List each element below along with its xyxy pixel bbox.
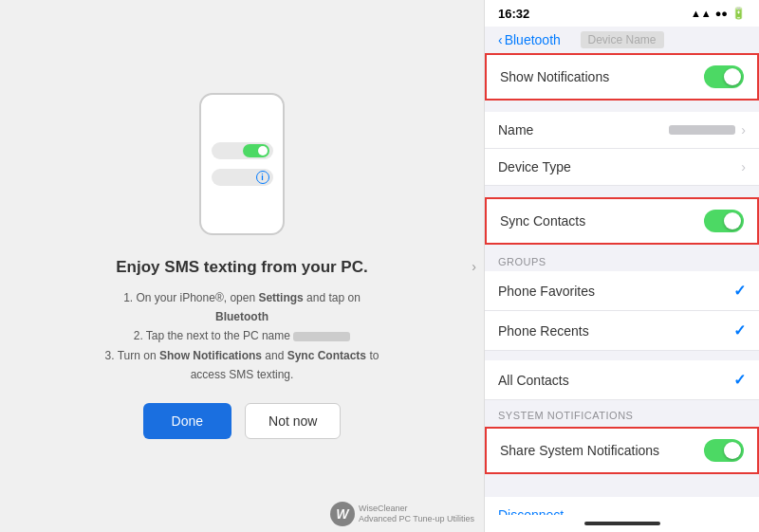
- phone-row-info: i: [212, 169, 273, 186]
- button-row: Done Not now: [143, 403, 342, 439]
- back-chevron-icon: ‹: [498, 32, 503, 47]
- phone-toggle-on-icon: [243, 144, 269, 157]
- disconnect-row[interactable]: Disconnect: [485, 497, 759, 515]
- done-button[interactable]: Done: [143, 403, 231, 439]
- phone-favorites-check-icon: ✓: [733, 282, 746, 300]
- instruction1-mid: and tap on: [304, 291, 361, 304]
- left-panel: › i Enjoy SMS texting from your PC. 1. O…: [0, 0, 484, 532]
- instruction3-mid: and: [262, 349, 287, 362]
- device-type-label: Device Type: [498, 159, 571, 174]
- all-contacts-row[interactable]: All Contacts ✓: [485, 360, 759, 400]
- instruction3-pre: 3. Turn on: [105, 349, 159, 362]
- sync-contacts-label: Sync Contacts: [500, 213, 585, 229]
- not-now-button[interactable]: Not now: [245, 403, 341, 439]
- battery-icon: 🔋: [731, 7, 746, 20]
- phone-recents-label: Phone Recents: [498, 323, 589, 339]
- wifi-icon: ▲▲: [691, 8, 712, 19]
- right-arrow-icon: ›: [472, 259, 476, 274]
- left-title: Enjoy SMS texting from your PC.: [116, 258, 367, 277]
- device-type-row[interactable]: Device Type ›: [485, 149, 759, 186]
- disconnect-label: Disconnect: [498, 507, 564, 515]
- phone-favorites-row[interactable]: Phone Favorites ✓: [485, 271, 759, 311]
- home-indicator: [584, 522, 660, 525]
- phone-info-icon: i: [256, 171, 269, 184]
- instruction3-show: Show Notifications: [159, 349, 262, 362]
- pc-name-blur: [293, 332, 350, 341]
- status-time: 16:32: [498, 7, 529, 21]
- right-panel: 16:32 ▲▲ ●● 🔋 ‹ Bluetooth Device Name Sh…: [484, 0, 759, 532]
- watermark-icon: W: [330, 502, 355, 526]
- phone-favorites-label: Phone Favorites: [498, 284, 595, 299]
- back-label: Bluetooth: [505, 32, 561, 47]
- instruction2: 2. Tap the next to the PC name: [134, 329, 290, 342]
- gap1: [485, 102, 759, 112]
- all-contacts-check-icon: ✓: [733, 371, 746, 389]
- instruction1-pre: 1. On your iPhone®, open: [123, 291, 258, 304]
- all-contacts-label: All Contacts: [498, 373, 569, 388]
- device-type-chevron-icon: ›: [741, 159, 746, 174]
- instruction3-sync: Sync Contacts: [287, 349, 366, 362]
- signal-icon: ●●: [715, 8, 728, 19]
- name-label: Name: [498, 122, 533, 138]
- name-row[interactable]: Name ›: [485, 112, 759, 149]
- groups-header: GROUPS: [485, 247, 759, 271]
- phone-row-toggle: [212, 142, 273, 159]
- gap4: [485, 476, 759, 497]
- share-system-notifications-label: Share System Notifications: [500, 443, 659, 458]
- watermark: W WiseCleaner Advanced PC Tune-up Utilit…: [330, 502, 474, 526]
- instruction1-settings: Settings: [258, 291, 303, 304]
- watermark-text: WiseCleaner Advanced PC Tune-up Utilitie…: [359, 504, 474, 524]
- share-system-notifications-toggle[interactable]: [704, 439, 744, 462]
- name-chevron-icon: ›: [741, 122, 746, 138]
- instruction1-bluetooth: Bluetooth: [215, 310, 268, 323]
- watermark-line2: Advanced PC Tune-up Utilities: [359, 514, 474, 524]
- status-icons: ▲▲ ●● 🔋: [691, 7, 746, 20]
- status-bar: 16:32 ▲▲ ●● 🔋: [485, 0, 759, 27]
- name-blur: [669, 125, 735, 135]
- show-notifications-label: Show Notifications: [500, 69, 609, 84]
- watermark-line1: WiseCleaner: [359, 504, 474, 514]
- nav-title: Device Name: [580, 31, 663, 48]
- gap3: [485, 351, 759, 360]
- phone-recents-check-icon: ✓: [733, 321, 746, 339]
- system-notifications-header: SYSTEM NOTIFICATIONS: [485, 400, 759, 425]
- share-system-notifications-row[interactable]: Share System Notifications: [485, 427, 759, 474]
- bottom-bar: [485, 515, 759, 532]
- show-notifications-toggle[interactable]: [704, 65, 744, 88]
- back-button[interactable]: ‹ Bluetooth: [498, 32, 561, 47]
- left-instructions: 1. On your iPhone®, open Settings and ta…: [100, 288, 384, 385]
- nav-bar: ‹ Bluetooth Device Name: [485, 27, 759, 51]
- phone-recents-row[interactable]: Phone Recents ✓: [485, 311, 759, 351]
- settings-list: Show Notifications Name › Device Type › …: [485, 51, 759, 515]
- show-notifications-row[interactable]: Show Notifications: [485, 53, 759, 101]
- sync-contacts-row[interactable]: Sync Contacts: [485, 197, 759, 245]
- phone-illustration: i: [199, 93, 285, 235]
- sync-contacts-toggle[interactable]: [704, 210, 744, 232]
- gap2: [485, 186, 759, 195]
